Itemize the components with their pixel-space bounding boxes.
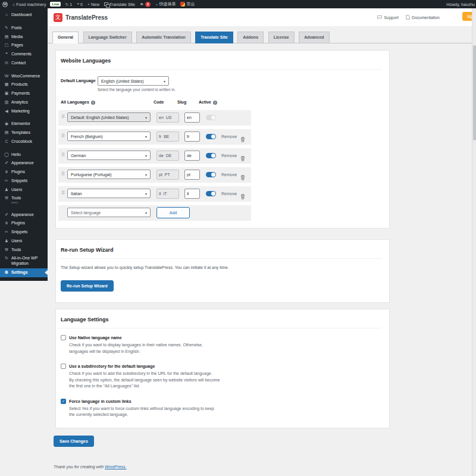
admin-bar: W ⌂Food machinery Live ↻1 ❝0 +New Transl…	[0, 0, 476, 8]
sidebar-item-woocommerce[interactable]: WWooCommerce	[0, 72, 48, 81]
sidebar-item-snippets-2[interactable]: ✂Snippets	[0, 228, 48, 237]
chevron-down-icon: ▾	[145, 173, 147, 177]
sidebar-item-plugins[interactable]: ⋔Plugins	[0, 168, 48, 177]
language-select[interactable]: Italian▾	[67, 189, 151, 198]
slug-input[interactable]	[184, 170, 200, 180]
chevron-down-icon: ▾	[145, 154, 147, 158]
documentation-link[interactable]: Documentation	[406, 15, 440, 20]
appearance-icon: ✐	[4, 161, 9, 165]
tab-advanced[interactable]: Advanced	[299, 32, 329, 43]
tab-language-switcher[interactable]: Language Switcher	[83, 32, 132, 43]
language-select[interactable]: Default: English (United States)▾	[67, 112, 151, 122]
mail-icon: ✉	[4, 61, 9, 65]
code-input[interactable]	[156, 151, 179, 161]
sidebar-item-plugins-2[interactable]: ⋔Plugins	[0, 219, 48, 228]
tab-general[interactable]: General	[52, 32, 79, 43]
wp-logo-menu[interactable]: W	[0, 0, 10, 8]
sidebar-item-appearance[interactable]: ✐Appearance	[0, 159, 48, 168]
drag-handle-icon[interactable]: ⠿	[61, 172, 65, 177]
sidebar-item-tools-nexo[interactable]: ⚒Toolsnexo	[0, 194, 48, 206]
code-input[interactable]	[156, 112, 179, 123]
trash-icon[interactable]	[240, 191, 245, 202]
howdy-account-menu[interactable]: Howdy, haozhu	[446, 2, 476, 7]
language-select[interactable]: German▾	[67, 151, 151, 160]
trash-icon[interactable]	[240, 134, 245, 145]
sidebar-item-settings[interactable]: ⚙Settings	[0, 268, 48, 277]
frontend-link[interactable]: 前台	[178, 0, 197, 8]
page-scrollbar[interactable]	[472, 8, 476, 476]
sidebar-item-templates[interactable]: ▤Templates	[0, 129, 48, 137]
code-input[interactable]	[156, 170, 179, 180]
select-language-dropdown[interactable]: Select language▾	[67, 208, 151, 217]
default-language-select[interactable]: English (United States)▾	[98, 76, 169, 86]
sidebar-item-payments[interactable]: ▣Payments	[0, 89, 48, 98]
slug-input[interactable]	[184, 151, 200, 161]
sidebar-item-dashboard[interactable]: ⌂Dashboard	[0, 11, 48, 20]
rerun-setup-wizard-button[interactable]: Re-run Setup Wizard	[61, 280, 114, 292]
code-input[interactable]	[156, 189, 179, 199]
remove-link[interactable]: Remove	[221, 192, 237, 196]
force-language-checkbox[interactable]	[61, 399, 66, 404]
add-language-button[interactable]: Add	[156, 207, 190, 218]
sidebar-item-comments[interactable]: ❝Comments	[0, 50, 48, 59]
active-toggle[interactable]	[206, 134, 216, 139]
sidebar-item-products[interactable]: ▦Products	[0, 80, 48, 89]
drag-handle-icon[interactable]: ⠿	[61, 134, 65, 139]
plugin-header: 文 TranslatePress Support Documentation U…	[48, 8, 472, 26]
home-icon: ⌂	[12, 2, 15, 7]
tab-addons[interactable]: Addons	[237, 32, 264, 43]
active-toggle[interactable]	[206, 153, 216, 158]
subdirectory-checkbox[interactable]	[61, 364, 66, 369]
remove-link[interactable]: Remove	[221, 154, 237, 158]
remove-link[interactable]: Remove	[221, 173, 237, 177]
slug-input[interactable]	[184, 131, 200, 142]
sidebar-item-crocoblock[interactable]: CCrocoblock	[0, 137, 48, 146]
sidebar-item-contact[interactable]: ✉Contact	[0, 59, 48, 68]
scrollbar-thumb[interactable]	[473, 45, 476, 140]
sidebar-item-pages[interactable]: ▢Pages	[0, 41, 48, 50]
settings-icon: ⚙	[4, 270, 9, 275]
sidebar-item-users[interactable]: ♟Users	[0, 186, 48, 195]
slug-input[interactable]	[184, 189, 200, 199]
section-title: Website Languages	[61, 58, 382, 64]
upgrade-button[interactable]: Upgrade	[462, 12, 472, 21]
site-name-link[interactable]: ⌂Food machinery	[10, 0, 48, 8]
tab-translate-site[interactable]: Translate Site	[195, 32, 233, 43]
translate-site-link[interactable]: Translate Site	[102, 0, 137, 8]
native-language-name-checkbox[interactable]	[61, 335, 66, 340]
notifications-link[interactable]: ⚑2	[137, 0, 153, 8]
wordpress-link[interactable]: WordPress.	[105, 465, 127, 469]
sidebar-item-posts[interactable]: ✎Posts	[0, 24, 48, 33]
sidebar-item-hello[interactable]: ◯Hello	[0, 151, 48, 159]
support-link[interactable]: Support	[377, 15, 399, 20]
remove-link[interactable]: Remove	[221, 134, 237, 139]
trash-icon[interactable]	[240, 153, 245, 164]
comments-link[interactable]: ❝0	[74, 0, 85, 8]
drag-handle-icon[interactable]: ⠿	[61, 153, 65, 158]
sidebar-item-media[interactable]: ▤Media	[0, 33, 48, 42]
language-select[interactable]: Portuguese (Portugal)▾	[67, 170, 151, 179]
code-input[interactable]	[156, 131, 179, 142]
sidebar-item-appearance-2[interactable]: ✐Appearance	[0, 211, 48, 220]
sidebar-item-marketing[interactable]: ◀Marketing	[0, 107, 48, 116]
tab-automatic-translation[interactable]: Automatic Translation	[136, 32, 191, 43]
language-select[interactable]: French (Belgium)▾	[67, 131, 151, 141]
drag-handle-icon[interactable]: ⠿	[61, 191, 65, 196]
updates-link[interactable]: ↻1	[62, 0, 74, 8]
drag-handle-icon[interactable]: ⠿	[61, 115, 65, 120]
new-content-menu[interactable]: +New	[85, 0, 102, 8]
trash-icon[interactable]	[240, 172, 245, 183]
sidebar-item-snippets[interactable]: ✂Snippets	[0, 177, 48, 186]
active-toggle[interactable]	[206, 191, 216, 196]
tab-license[interactable]: License	[268, 32, 295, 43]
slug-input[interactable]	[184, 112, 200, 123]
sidebar-item-analytics[interactable]: ▥Analytics	[0, 98, 48, 107]
save-changes-button[interactable]: Save Changes	[54, 436, 94, 447]
sidebar-item-tools-2[interactable]: ⚒Tools	[0, 246, 48, 255]
sidebar-item-users-2[interactable]: ♟Users	[0, 237, 48, 246]
sidebar-item-elementor[interactable]: ◉Elementor	[0, 120, 48, 129]
active-toggle[interactable]	[206, 172, 216, 177]
quick-menu-link[interactable]: ⌁快捷菜单	[153, 0, 178, 8]
sidebar-item-all-in-one-wp-migration[interactable]: ↻All-in-One WP Migration	[0, 254, 48, 268]
document-icon	[406, 15, 410, 20]
